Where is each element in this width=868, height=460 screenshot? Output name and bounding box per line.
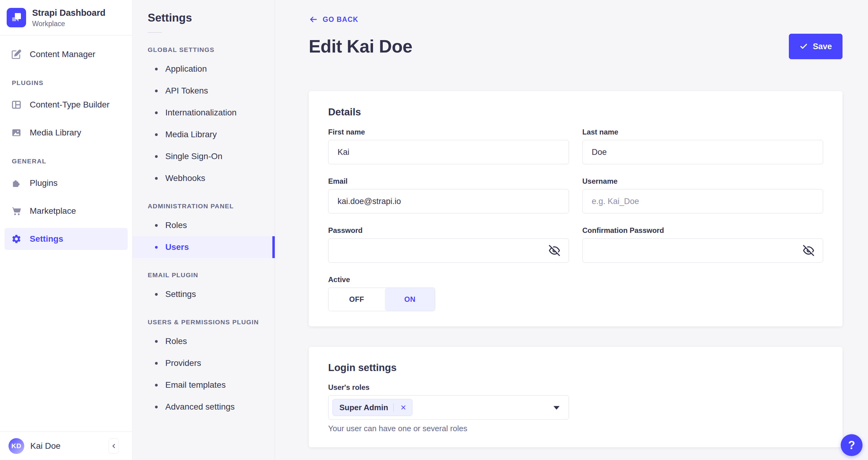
subnav-item-single-sign-on[interactable]: Single Sign-On bbox=[132, 145, 275, 167]
sidebar-item-plugins[interactable]: Plugins bbox=[5, 172, 128, 194]
settings-subnav: Settings GLOBAL SETTINGS Application API… bbox=[132, 0, 275, 460]
toggle-password-visibility-button[interactable] bbox=[548, 244, 561, 257]
role-tag-label: Super Admin bbox=[339, 403, 388, 412]
subnav-item-admin-roles[interactable]: Roles bbox=[132, 214, 275, 236]
go-back-link[interactable]: GO BACK bbox=[309, 15, 359, 24]
subnav-item-media-library[interactable]: Media Library bbox=[132, 123, 275, 145]
password-input[interactable] bbox=[328, 238, 569, 263]
bullet-icon bbox=[155, 68, 158, 70]
user-name: Kai Doe bbox=[30, 441, 61, 451]
active-toggle: OFF ON bbox=[328, 288, 435, 311]
role-tag-super-admin: Super Admin bbox=[332, 399, 412, 416]
arrow-left-icon bbox=[309, 15, 318, 24]
subnav-item-application[interactable]: Application bbox=[132, 58, 275, 80]
details-form: First name Last name Email Username Pass… bbox=[328, 128, 823, 311]
subnav-item-label: API Tokens bbox=[165, 86, 208, 96]
email-input[interactable] bbox=[328, 189, 569, 213]
eye-off-icon bbox=[549, 245, 560, 256]
subnav-item-label: Media Library bbox=[165, 130, 217, 139]
subnav-item-label: Internationalization bbox=[165, 108, 237, 117]
bullet-icon bbox=[155, 90, 158, 92]
last-name-input[interactable] bbox=[582, 140, 823, 164]
subnav-item-label: Webhooks bbox=[165, 173, 205, 183]
bullet-icon bbox=[155, 340, 158, 343]
edit-user-page: GO BACK Edit Kai Doe Save Details First … bbox=[275, 0, 868, 460]
toggle-confirmation-visibility-button[interactable] bbox=[802, 244, 815, 257]
subnav-item-label: Email templates bbox=[165, 380, 226, 390]
login-settings-title: Login settings bbox=[328, 362, 823, 373]
puzzle-icon bbox=[11, 178, 22, 188]
layout-icon bbox=[11, 99, 22, 110]
sidebar-item-marketplace[interactable]: Marketplace bbox=[5, 200, 128, 222]
avatar[interactable]: KD bbox=[8, 438, 24, 454]
bullet-icon bbox=[155, 111, 158, 114]
subnav-item-label: Settings bbox=[165, 289, 196, 299]
subnav-item-label: Single Sign-On bbox=[165, 151, 222, 161]
chevron-left-icon bbox=[111, 443, 117, 449]
subnav-item-up-roles[interactable]: Roles bbox=[132, 330, 275, 352]
users-roles-field: User's roles Super Admin Your user can h… bbox=[328, 383, 823, 433]
sidebar-item-content-manager[interactable]: Content Manager bbox=[5, 44, 128, 65]
bullet-icon bbox=[155, 406, 158, 408]
subnav-item-up-advanced-settings[interactable]: Advanced settings bbox=[132, 396, 275, 418]
password-input-wrap bbox=[328, 238, 569, 263]
password-label: Password bbox=[328, 226, 569, 235]
collapse-sidebar-button[interactable] bbox=[108, 438, 119, 454]
sidebar-item-label: Marketplace bbox=[30, 206, 76, 216]
subnav-item-email-settings[interactable]: Settings bbox=[132, 283, 275, 305]
sidebar-section-general: GENERAL bbox=[5, 157, 128, 165]
users-roles-label: User's roles bbox=[328, 383, 823, 392]
username-input[interactable] bbox=[582, 189, 823, 213]
active-toggle-on[interactable]: ON bbox=[385, 288, 435, 311]
sidebar-item-content-type-builder[interactable]: Content-Type Builder bbox=[5, 94, 128, 116]
subnav-item-label: Providers bbox=[165, 358, 201, 368]
active-label: Active bbox=[328, 276, 823, 284]
workspace-switcher[interactable]: Strapi Dashboard Workplace bbox=[0, 0, 132, 35]
subnav-item-admin-users[interactable]: Users bbox=[132, 236, 275, 258]
page-title: Edit Kai Doe bbox=[309, 36, 412, 57]
subnav-item-internationalization[interactable]: Internationalization bbox=[132, 102, 275, 123]
workspace-name: Workplace bbox=[32, 20, 105, 28]
subnav-title: Settings bbox=[132, 0, 275, 24]
username-label: Username bbox=[582, 177, 823, 185]
sidebar-section-plugins: PLUGINS bbox=[5, 79, 128, 87]
subnav-item-up-email-templates[interactable]: Email templates bbox=[132, 374, 275, 396]
details-card: Details First name Last name Email Usern… bbox=[309, 91, 842, 326]
workspace-info: Strapi Dashboard Workplace bbox=[32, 8, 105, 28]
gear-icon bbox=[11, 234, 22, 244]
roles-multiselect[interactable]: Super Admin bbox=[328, 395, 569, 420]
feather-pen-icon bbox=[11, 49, 22, 59]
remove-role-button[interactable] bbox=[399, 403, 408, 412]
sidebar-item-settings[interactable]: Settings bbox=[5, 228, 128, 250]
check-icon bbox=[800, 42, 808, 51]
subnav-title-divider bbox=[148, 32, 162, 33]
bullet-icon bbox=[155, 384, 158, 386]
confirmation-password-input[interactable] bbox=[582, 238, 823, 263]
subnav-item-label: Advanced settings bbox=[165, 402, 235, 412]
sidebar-item-media-library[interactable]: Media Library bbox=[5, 122, 128, 144]
strapi-logo-icon bbox=[7, 8, 26, 27]
subnav-section-global-settings: GLOBAL SETTINGS Application API Tokens I… bbox=[132, 46, 275, 189]
confirmation-password-field: Confirmation Password bbox=[582, 226, 823, 263]
question-mark-icon: ? bbox=[848, 439, 855, 452]
sidebar-item-label: Content Manager bbox=[30, 50, 95, 59]
subnav-item-api-tokens[interactable]: API Tokens bbox=[132, 80, 275, 102]
sidebar-item-label: Settings bbox=[30, 234, 63, 244]
bullet-icon bbox=[155, 246, 158, 249]
first-name-label: First name bbox=[328, 128, 569, 136]
email-label: Email bbox=[328, 177, 569, 185]
first-name-field: First name bbox=[328, 128, 569, 164]
subnav-item-webhooks[interactable]: Webhooks bbox=[132, 167, 275, 189]
bullet-icon bbox=[155, 177, 158, 180]
sidebar-item-label: Media Library bbox=[30, 128, 81, 138]
help-button[interactable]: ? bbox=[841, 434, 863, 456]
first-name-input[interactable] bbox=[328, 140, 569, 164]
sidebar-nav: Content Manager PLUGINS Content-Type Bui… bbox=[0, 35, 132, 250]
tag-divider bbox=[393, 403, 394, 412]
subnav-item-up-providers[interactable]: Providers bbox=[132, 352, 275, 374]
active-toggle-off[interactable]: OFF bbox=[329, 288, 385, 311]
chevron-down-icon bbox=[554, 406, 560, 410]
save-button[interactable]: Save bbox=[789, 34, 842, 59]
bullet-icon bbox=[155, 293, 158, 296]
close-icon bbox=[400, 404, 407, 411]
